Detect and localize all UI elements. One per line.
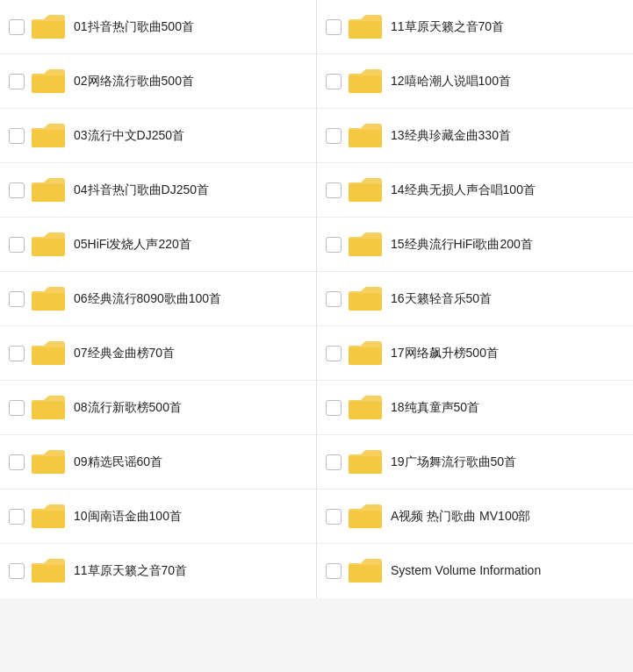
item-label: 01抖音热门歌曲500首	[74, 18, 194, 36]
item-checkbox[interactable]	[326, 454, 342, 470]
folder-icon	[349, 231, 382, 259]
item-label: 11草原天籁之音70首	[74, 562, 187, 580]
list-item[interactable]: 19广场舞流行歌曲50首	[317, 435, 633, 490]
item-checkbox[interactable]	[326, 182, 342, 198]
item-label: 06经典流行8090歌曲100首	[74, 290, 221, 308]
folder-icon	[349, 394, 382, 422]
list-item[interactable]: 12嘻哈潮人说唱100首	[317, 54, 633, 109]
list-item[interactable]: 11草原天籁之音70首	[317, 0, 633, 54]
folder-icon	[32, 503, 65, 531]
item-label: 09精选民谣60首	[74, 454, 162, 471]
folder-icon	[349, 448, 382, 476]
item-label: 12嘻哈潮人说唱100首	[391, 73, 511, 90]
list-item[interactable]: System Volume Information	[317, 544, 633, 598]
svg-rect-5	[32, 75, 65, 93]
list-item[interactable]: A视频 热门歌曲 MV100部	[317, 490, 633, 544]
list-item[interactable]: 03流行中文DJ250首	[0, 109, 316, 163]
list-item[interactable]: 04抖音热门歌曲DJ250首	[0, 163, 316, 218]
svg-rect-50	[349, 293, 382, 311]
item-label: 10闽南语金曲100首	[74, 508, 182, 525]
svg-rect-53	[349, 347, 382, 365]
item-label: 08流行新歌榜500首	[74, 399, 182, 417]
file-list: 01抖音热门歌曲500首 02网络流行歌曲500首 03流行中文DJ250首 0…	[0, 0, 633, 598]
list-item[interactable]: 14经典无损人声合唱100首	[317, 163, 633, 218]
svg-rect-11	[32, 184, 65, 202]
item-label: 02网络流行歌曲500首	[74, 73, 194, 90]
item-label: 17网络飙升榜500首	[391, 345, 499, 362]
item-checkbox[interactable]	[9, 237, 25, 253]
folder-icon	[349, 122, 382, 150]
svg-rect-62	[349, 511, 382, 528]
item-checkbox[interactable]	[326, 128, 342, 144]
list-item[interactable]: 15经典流行HiFi歌曲200首	[317, 218, 633, 272]
folder-icon	[32, 557, 65, 585]
folder-icon	[349, 13, 382, 41]
item-checkbox[interactable]	[9, 291, 25, 307]
svg-rect-32	[32, 565, 65, 583]
svg-rect-41	[349, 130, 382, 147]
item-label: System Volume Information	[391, 562, 541, 580]
item-checkbox[interactable]	[326, 400, 342, 416]
svg-rect-44	[349, 184, 382, 202]
list-item[interactable]: 18纯真童声50首	[317, 381, 633, 435]
list-item[interactable]: 13经典珍藏金曲330首	[317, 109, 633, 163]
list-item[interactable]: 17网络飙升榜500首	[317, 326, 633, 381]
item-label: 18纯真童声50首	[391, 399, 479, 417]
item-checkbox[interactable]	[9, 509, 25, 525]
svg-rect-23	[32, 402, 65, 419]
item-label: A视频 热门歌曲 MV100部	[391, 508, 530, 525]
folder-icon	[32, 285, 65, 313]
item-checkbox[interactable]	[326, 237, 342, 253]
folder-icon	[32, 448, 65, 476]
item-checkbox[interactable]	[326, 19, 342, 35]
item-label: 16天籁轻音乐50首	[391, 290, 492, 308]
item-label: 14经典无损人声合唱100首	[391, 182, 536, 199]
svg-rect-56	[349, 402, 382, 419]
list-item[interactable]: 01抖音热门歌曲500首	[0, 0, 316, 54]
item-checkbox[interactable]	[326, 74, 342, 89]
folder-icon	[32, 394, 65, 422]
item-checkbox[interactable]	[326, 291, 342, 307]
list-item[interactable]: 05HiFi发烧人声220首	[0, 218, 316, 272]
list-item[interactable]: 16天籁轻音乐50首	[317, 272, 633, 326]
item-checkbox[interactable]	[9, 74, 25, 89]
item-checkbox[interactable]	[326, 563, 342, 579]
folder-icon	[32, 340, 65, 368]
svg-rect-47	[349, 239, 382, 256]
folder-icon	[349, 557, 382, 585]
svg-rect-29	[32, 511, 65, 528]
item-label: 07经典金曲榜70首	[74, 345, 175, 362]
list-item[interactable]: 10闽南语金曲100首	[0, 490, 316, 544]
folder-icon	[32, 122, 65, 150]
item-checkbox[interactable]	[326, 509, 342, 525]
item-checkbox[interactable]	[9, 400, 25, 416]
right-column: 11草原天籁之音70首 12嘻哈潮人说唱100首 13经典珍藏金曲330首 14…	[317, 0, 633, 598]
folder-icon	[349, 176, 382, 204]
folder-icon	[349, 68, 382, 96]
item-label: 19广场舞流行歌曲50首	[391, 454, 516, 471]
item-label: 05HiFi发烧人声220首	[74, 236, 191, 254]
folder-icon	[32, 13, 65, 41]
item-label: 11草原天籁之音70首	[391, 18, 504, 36]
svg-rect-20	[32, 347, 65, 365]
folder-icon	[349, 285, 382, 313]
item-label: 04抖音热门歌曲DJ250首	[74, 182, 209, 199]
list-item[interactable]: 09精选民谣60首	[0, 435, 316, 490]
list-item[interactable]: 11草原天籁之音70首	[0, 544, 316, 598]
item-checkbox[interactable]	[9, 19, 25, 35]
item-checkbox[interactable]	[9, 563, 25, 579]
list-item[interactable]: 02网络流行歌曲500首	[0, 54, 316, 109]
item-checkbox[interactable]	[9, 454, 25, 470]
item-checkbox[interactable]	[9, 182, 25, 198]
folder-icon	[349, 503, 382, 531]
item-label: 03流行中文DJ250首	[74, 127, 184, 145]
folder-icon	[32, 231, 65, 259]
item-checkbox[interactable]	[9, 346, 25, 361]
list-item[interactable]: 07经典金曲榜70首	[0, 326, 316, 381]
list-item[interactable]: 06经典流行8090歌曲100首	[0, 272, 316, 326]
item-checkbox[interactable]	[9, 128, 25, 144]
item-label: 15经典流行HiFi歌曲200首	[391, 236, 533, 254]
item-label: 13经典珍藏金曲330首	[391, 127, 511, 145]
item-checkbox[interactable]	[326, 346, 342, 361]
list-item[interactable]: 08流行新歌榜500首	[0, 381, 316, 435]
